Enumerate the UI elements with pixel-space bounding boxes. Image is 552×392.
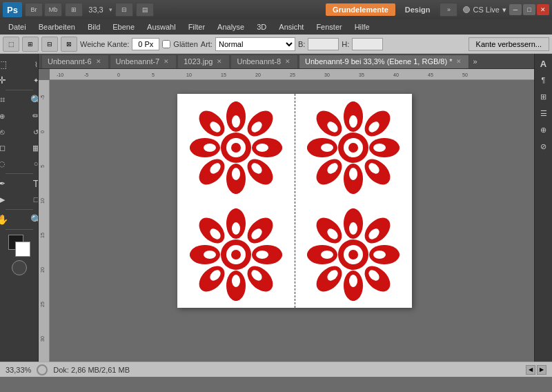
background-color[interactable] [15,242,30,257]
clone-stamp-tool[interactable]: ⎋ [0,124,19,139]
menu-analyse[interactable]: Analyse [212,21,250,32]
svg-text:-5: -5 [40,95,45,99]
svg-point-106 [349,222,357,235]
shape-tool[interactable]: □ [19,192,39,207]
options-bar: ⬚ ⊞ ⊟ ⊠ Weiche Kante: Glätten Art: Norma… [0,35,552,54]
selection-intersect[interactable]: ⊠ [61,37,77,52]
tab-unbenannt7[interactable]: Unbenannt-7 ✕ [110,55,177,68]
selection-sub[interactable]: ⊟ [41,37,58,52]
right-mask-btn[interactable]: ⊘ [537,139,551,153]
right-layers-btn[interactable]: ⊞ [537,90,551,104]
left-ruler-svg: -5 0 5 10 15 20 25 30 35 [39,80,50,362]
minimize-btn[interactable]: ─ [509,4,522,15]
tool-separator-1 [6,90,33,90]
svg-text:30: 30 [40,336,45,342]
menu-fenster[interactable]: Fenster [310,21,347,32]
menu-datei[interactable]: Datei [3,21,32,32]
menu-hilfe[interactable]: Hilfe [349,21,375,32]
svg-point-84 [232,275,240,287]
b-value [308,38,339,50]
right-adjust-btn[interactable]: ☰ [537,106,551,120]
svg-point-59 [348,143,358,153]
selection-add[interactable]: ⊞ [22,37,39,52]
menu-bearbeiten[interactable]: Bearbeiten [33,21,81,32]
top-ruler: -10 -5 0 5 10 15 20 25 30 35 40 45 50 [50,69,534,80]
dodge-tool[interactable]: ○ [19,156,39,171]
tab-close-unbenannt7[interactable]: ✕ [162,57,170,66]
tab-1023jpg[interactable]: 1023.jpg ✕ [177,55,230,68]
spot-heal-tool[interactable]: ⊕ [0,108,19,124]
menu-bar: Datei Bearbeiten Bild Ebene Auswahl Filt… [0,19,552,35]
blur-tool[interactable]: ◌ [0,156,19,171]
tab-close-unbenannt8[interactable]: ✕ [284,57,292,66]
close-btn[interactable]: ✕ [537,4,549,15]
workspace-grundelemente[interactable]: Grundelemente [326,3,395,16]
canvas-with-rulers: -10 -5 0 5 10 15 20 25 30 35 40 45 50 [39,69,534,362]
gradient-tool[interactable]: ▦ [19,140,39,155]
right-add-btn[interactable]: ⊕ [537,123,551,137]
tool-separator-4 [6,229,33,230]
menu-filter[interactable]: Filter [183,21,210,32]
tab-unbenannt9[interactable]: Unbenannt-9 bei 33,3% (Ebene 1, RGB/8) *… [299,55,469,68]
status-progress-indicator[interactable] [37,364,48,375]
bridge-btn[interactable]: Br [25,3,43,17]
type-tool[interactable]: T [19,176,39,191]
svg-point-105 [348,250,358,259]
zoom-display: 33,3 [86,6,106,14]
maximize-btn[interactable]: □ [523,4,535,15]
right-para-btn[interactable]: ¶ [537,73,551,87]
cs-live-area[interactable]: CS Live ▾ [463,6,506,14]
arrange-btn[interactable]: ⊞ [65,3,83,17]
tab-close-unbenannt6[interactable]: ✕ [95,57,103,66]
kante-verbessern-btn[interactable]: Kante verbessern... [469,37,549,51]
glatten-checkbox[interactable] [162,40,170,48]
right-panel: A ¶ ⊞ ☰ ⊕ ⊘ [534,54,552,362]
svg-point-62 [321,144,333,152]
screen-mode-btn[interactable]: ▤ [136,3,154,17]
menu-auswahl[interactable]: Auswahl [141,21,181,32]
menu-ebene[interactable]: Ebene [107,21,140,32]
lasso-tool[interactable]: ⌇ [19,57,39,72]
eyedropper-tool[interactable]: 🔍 [19,92,39,108]
brush-tool[interactable]: ✏ [19,108,39,124]
zoom-tool[interactable]: 🔍 [19,212,39,227]
svg-text:-5: -5 [84,72,88,77]
tab-overflow-btn[interactable]: » [470,57,480,66]
tab-unbenannt8[interactable]: Unbenannt-8 ✕ [230,55,298,68]
right-text-btn[interactable]: A [537,57,551,70]
tab-close-1023[interactable]: ✕ [215,57,224,66]
quick-mask-btn[interactable] [12,260,27,275]
workspace-design[interactable]: Design [398,3,437,16]
view-mode-btn[interactable]: ⊟ [115,3,133,17]
zoom-arrow[interactable]: ▾ [109,6,112,13]
status-nav-left[interactable]: ◀ [526,365,535,375]
flower-svg-bl [188,206,284,303]
menu-3d[interactable]: 3D [251,21,272,32]
menu-ansicht[interactable]: Ansicht [273,21,309,32]
path-selection-tool[interactable]: ▶ [0,192,19,207]
canvas-viewport[interactable] [50,80,534,362]
status-nav-right[interactable]: ▶ [537,365,546,375]
marquee-tool[interactable]: ⬚ [0,57,19,72]
art-select[interactable]: Normal Feste Proportionen Feste Größe [215,37,295,51]
hand-tool[interactable]: ✋ [0,212,19,227]
pen-tool[interactable]: ✒ [0,176,19,191]
status-nav-controls: ◀ ▶ [526,365,546,375]
tab-close-unbenannt9[interactable]: ✕ [455,57,463,66]
move-tool[interactable]: ✛ [0,72,19,88]
svg-text:45: 45 [428,72,433,77]
minibridge-btn[interactable]: Mb [44,3,62,17]
svg-text:0: 0 [40,130,45,133]
svg-text:10: 10 [40,198,45,204]
h-label: H: [342,40,349,48]
h-value [352,38,383,50]
weiche-kante-input[interactable] [132,38,159,50]
menu-bild[interactable]: Bild [82,21,106,32]
magic-wand-tool[interactable]: ✦ [19,72,39,88]
tab-unbenannt6[interactable]: Unbenannt-6 ✕ [41,55,109,68]
workspace-more[interactable]: » [440,3,457,17]
eraser-tool[interactable]: ◻ [0,140,19,155]
crop-tool[interactable]: ⌗ [0,92,19,108]
history-brush-tool[interactable]: ↺ [19,124,39,139]
selection-tool-options[interactable]: ⬚ [3,37,19,52]
